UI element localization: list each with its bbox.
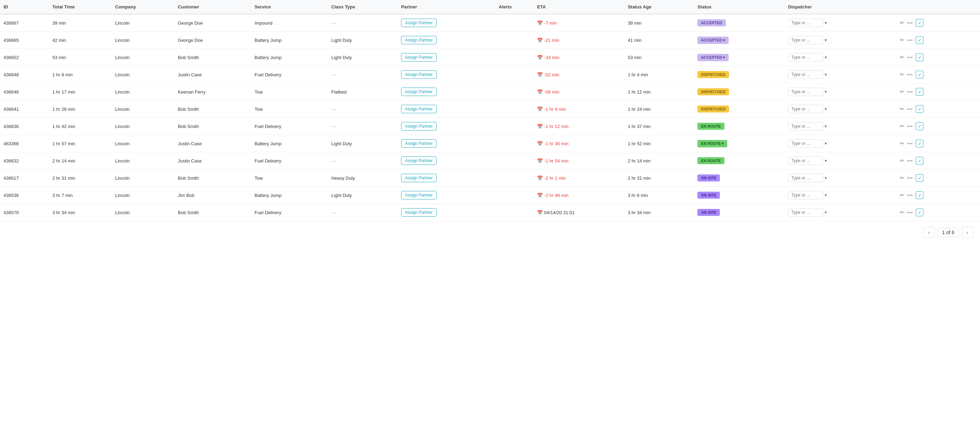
dispatcher-input[interactable] [788,174,823,182]
cell-partner[interactable]: Assign Partner [398,118,495,135]
dispatcher-chevron-icon[interactable]: ▾ [825,158,827,163]
cell-status[interactable]: EN ROUTE [694,118,784,135]
prev-page-button[interactable]: ‹ [923,227,935,238]
edit-icon[interactable]: ✏ [900,158,904,164]
status-dropdown-arrow[interactable]: ▾ [723,38,725,43]
next-page-button[interactable]: › [962,227,973,238]
cell-dispatcher[interactable]: ▾ [784,169,896,187]
cell-dispatcher[interactable]: ▾ [784,118,896,135]
dispatcher-input[interactable] [788,105,823,113]
check-icon[interactable]: ✓ [916,53,923,61]
cell-dispatcher[interactable]: ▾ [784,135,896,152]
assign-partner-button[interactable]: Assign Partner [401,122,437,131]
status-badge[interactable]: ON SITE [697,192,720,199]
cell-actions[interactable]: ✏ ••• ✓ [896,169,980,187]
more-options-icon[interactable]: ••• [907,210,913,215]
more-options-icon[interactable]: ••• [907,107,913,112]
cell-partner[interactable]: Assign Partner [398,83,495,100]
dispatcher-input[interactable] [788,88,823,96]
check-icon[interactable]: ✓ [916,174,923,182]
cell-dispatcher[interactable]: ▾ [784,66,896,83]
assign-partner-button[interactable]: Assign Partner [401,191,437,199]
dispatcher-input[interactable] [788,70,823,79]
edit-icon[interactable]: ✏ [900,72,904,78]
cell-actions[interactable]: ✏ ••• ✓ [896,135,980,152]
assign-partner-button[interactable]: Assign Partner [401,19,437,27]
dispatcher-chevron-icon[interactable]: ▾ [825,55,827,60]
dispatcher-chevron-icon[interactable]: ▾ [825,21,827,25]
check-icon[interactable]: ✓ [916,191,923,199]
cell-partner[interactable]: Assign Partner [398,187,495,204]
dispatcher-input[interactable] [788,36,823,44]
cell-status[interactable]: EN ROUTE▾ [694,135,784,152]
more-options-icon[interactable]: ••• [907,21,913,25]
assign-partner-button[interactable]: Assign Partner [401,53,437,62]
more-options-icon[interactable]: ••• [907,89,913,95]
edit-icon[interactable]: ✏ [900,20,904,26]
cell-actions[interactable]: ✏ ••• ✓ [896,14,980,32]
edit-icon[interactable]: ✏ [900,192,904,198]
cell-actions[interactable]: ✏ ••• ✓ [896,32,980,49]
assign-partner-button[interactable]: Assign Partner [401,156,437,165]
cell-status[interactable]: ACCEPTED▾ [694,32,784,49]
assign-partner-button[interactable]: Assign Partner [401,174,437,182]
more-options-icon[interactable]: ••• [907,158,913,164]
dispatcher-chevron-icon[interactable]: ▾ [825,193,827,197]
check-icon[interactable]: ✓ [916,19,923,27]
dispatcher-chevron-icon[interactable]: ▾ [825,210,827,215]
cell-partner[interactable]: Assign Partner [398,32,495,49]
cell-actions[interactable]: ✏ ••• ✓ [896,204,980,221]
cell-dispatcher[interactable]: ▾ [784,14,896,32]
assign-partner-button[interactable]: Assign Partner [401,70,437,79]
dispatcher-input[interactable] [788,122,823,131]
edit-icon[interactable]: ✏ [900,175,904,181]
dispatcher-chevron-icon[interactable]: ▾ [825,38,827,43]
assign-partner-button[interactable]: Assign Partner [401,36,437,44]
cell-dispatcher[interactable]: ▾ [784,49,896,66]
cell-actions[interactable]: ✏ ••• ✓ [896,49,980,66]
dispatcher-chevron-icon[interactable]: ▾ [825,124,827,129]
cell-dispatcher[interactable]: ▾ [784,204,896,221]
cell-actions[interactable]: ✏ ••• ✓ [896,118,980,135]
more-options-icon[interactable]: ••• [907,175,913,181]
cell-status[interactable]: EN ROUTE [694,152,784,169]
cell-status[interactable]: ON SITE [694,187,784,204]
edit-icon[interactable]: ✏ [900,89,904,95]
status-badge[interactable]: ON SITE [697,174,720,181]
more-options-icon[interactable]: ••• [907,72,913,77]
edit-icon[interactable]: ✏ [900,140,904,146]
dispatcher-input[interactable] [788,208,823,217]
dispatcher-input[interactable] [788,19,823,27]
cell-partner[interactable]: Assign Partner [398,169,495,187]
cell-dispatcher[interactable]: ▾ [784,100,896,118]
more-options-icon[interactable]: ••• [907,38,913,43]
status-badge[interactable]: ACCEPTED▾ [697,54,729,61]
edit-icon[interactable]: ✏ [900,54,904,60]
assign-partner-button[interactable]: Assign Partner [401,139,437,148]
more-options-icon[interactable]: ••• [907,124,913,129]
check-icon[interactable]: ✓ [916,88,923,96]
assign-partner-button[interactable]: Assign Partner [401,208,437,217]
cell-partner[interactable]: Assign Partner [398,14,495,32]
more-options-icon[interactable]: ••• [907,141,913,146]
check-icon[interactable]: ✓ [916,123,923,130]
cell-partner[interactable]: Assign Partner [398,66,495,83]
edit-icon[interactable]: ✏ [900,106,904,112]
assign-partner-button[interactable]: Assign Partner [401,88,437,96]
dispatcher-chevron-icon[interactable]: ▾ [825,141,827,146]
status-badge[interactable]: DISPATCHED [697,88,729,95]
status-badge[interactable]: ACCEPTED [697,19,726,26]
status-badge[interactable]: DISPATCHED [697,105,729,113]
more-options-icon[interactable]: ••• [907,193,913,198]
cell-status[interactable]: ACCEPTED▾ [694,49,784,66]
check-icon[interactable]: ✓ [916,209,923,216]
status-badge[interactable]: ACCEPTED▾ [697,37,729,44]
status-dropdown-arrow[interactable]: ▾ [723,55,725,60]
assign-partner-button[interactable]: Assign Partner [401,105,437,113]
cell-actions[interactable]: ✏ ••• ✓ [896,187,980,204]
status-dropdown-arrow[interactable]: ▾ [722,142,724,146]
check-icon[interactable]: ✓ [916,71,923,78]
check-icon[interactable]: ✓ [916,105,923,113]
cell-status[interactable]: DISPATCHED [694,83,784,100]
dispatcher-chevron-icon[interactable]: ▾ [825,72,827,77]
